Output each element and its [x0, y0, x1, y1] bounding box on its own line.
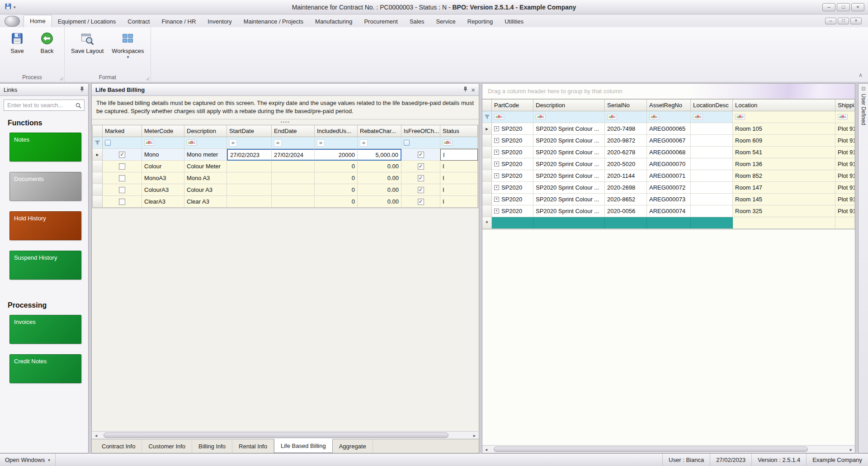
pin-icon[interactable] [80, 86, 85, 93]
ribbon-tab-reporting[interactable]: Reporting [462, 16, 499, 27]
scrollbar-thumb[interactable] [104, 433, 448, 438]
abc-filter-icon[interactable]: aBc [187, 140, 197, 146]
billing-row[interactable]: ColourA3Colour A300.00✓I [93, 184, 478, 196]
asset-row[interactable]: +SP2020SP2020 Sprint Colour ...2020-6278… [482, 147, 855, 158]
billing-row[interactable]: MonoA3Mono A300.00✓I [93, 172, 478, 184]
scrollbar-thumb[interactable] [494, 447, 808, 452]
asset-row[interactable]: +SP2020SP2020 Sprint Colour ...2020-0056… [482, 205, 855, 217]
checkbox-checked[interactable]: ✓ [418, 199, 424, 205]
splitter-handle[interactable]: •••• [92, 119, 479, 125]
link-button-documents[interactable]: Documents [9, 172, 81, 201]
open-windows-button[interactable]: Open Windows ▾ [0, 454, 56, 466]
dialog-launcher-icon[interactable]: ◿ [60, 76, 63, 81]
column-header-description[interactable]: Description [184, 125, 227, 137]
application-menu-button[interactable] [5, 16, 20, 27]
insert-cell-locationdesc[interactable] [691, 217, 733, 229]
billing-row[interactable]: ColourColour Meter00.00✓I [93, 161, 478, 172]
column-header-assetregno[interactable]: AssetRegNo [647, 100, 691, 111]
group-by-hint[interactable]: Drag a column header here to group by th… [482, 84, 855, 99]
cell-marked[interactable] [103, 196, 142, 208]
expand-icon[interactable]: + [494, 209, 499, 214]
ribbon-tab-inventory[interactable]: Inventory [202, 16, 237, 27]
equals-filter-icon[interactable]: = [274, 139, 282, 147]
asset-row[interactable]: ►+SP2020SP2020 Sprint Colour ...2020-749… [482, 123, 855, 135]
ribbon-tab-finance-hr[interactable]: Finance / HR [156, 16, 202, 27]
column-header-metercode[interactable]: MeterCode [142, 125, 184, 137]
filter-cell-isfreeofcharge[interactable] [401, 137, 440, 149]
ribbon-close-button[interactable]: × [850, 18, 862, 24]
filter-cell-description[interactable]: aBc [533, 111, 605, 123]
insert-cell-assetregno[interactable] [647, 217, 691, 229]
link-button-invoices[interactable]: Invoices [9, 315, 81, 344]
filter-cell-rebatecharge[interactable]: = [358, 137, 401, 149]
insert-row[interactable]: * [482, 217, 855, 229]
checkbox-filter-icon[interactable] [105, 140, 111, 146]
expand-icon[interactable]: + [494, 197, 499, 202]
link-button-hold-history[interactable]: Hold History [9, 211, 81, 240]
ribbon-tab-service[interactable]: Service [430, 16, 461, 27]
checkbox-unchecked[interactable] [119, 175, 125, 181]
cell-isfreeofcharge[interactable]: ✓ [401, 161, 440, 172]
asset-row[interactable]: +SP2020SP2020 Sprint Colour ...2020-2698… [482, 182, 855, 194]
user-defined-tab[interactable]: User Defined [858, 83, 868, 453]
checkbox-checked[interactable]: ✓ [418, 163, 424, 170]
billing-row[interactable]: ClearA3Clear A300.00✓I [93, 196, 478, 208]
cell-isfreeofcharge[interactable]: ✓ [401, 184, 440, 196]
pin-icon[interactable] [463, 86, 468, 93]
abc-filter-icon[interactable]: aBc [838, 114, 848, 120]
minimize-button[interactable]: – [822, 3, 835, 11]
scrollbar-track[interactable] [490, 446, 847, 453]
insert-cell-description[interactable] [533, 217, 605, 229]
filter-cell-metercode[interactable]: aBc [142, 137, 184, 149]
quick-save-icon[interactable] [5, 3, 12, 12]
close-panel-icon[interactable]: × [471, 86, 475, 93]
filter-cell-startdate[interactable]: = [227, 137, 272, 149]
tab-billing-info[interactable]: Billing Info [192, 439, 232, 453]
insert-cell-location[interactable] [733, 217, 835, 229]
tab-life-based-billing[interactable]: Life Based Billing [274, 439, 333, 453]
checkbox-unchecked[interactable] [119, 163, 125, 170]
ribbon-button-workspaces[interactable]: Workspaces▾ [109, 29, 146, 73]
ribbon-tab-home[interactable]: Home [24, 15, 52, 27]
checkbox-filter-icon[interactable] [404, 140, 410, 146]
ribbon-tab-maintenance-projects[interactable]: Maintenance / Projects [238, 16, 309, 27]
equals-filter-icon[interactable]: = [360, 139, 368, 147]
column-header-isfreeofcharge[interactable]: IsFreeOfCh... [401, 125, 440, 137]
insert-cell-serialno[interactable] [605, 217, 647, 229]
asset-row[interactable]: +SP2020SP2020 Sprint Colour ...2020-1144… [482, 170, 855, 182]
ribbon-tab-sales[interactable]: Sales [404, 16, 430, 27]
expand-icon[interactable]: + [494, 126, 499, 131]
ribbon-button-back[interactable]: Back [33, 29, 61, 73]
checkbox-unchecked[interactable] [119, 187, 125, 193]
column-header-marked[interactable]: Marked [103, 125, 142, 137]
ribbon-minimize-button[interactable]: – [825, 18, 836, 24]
quick-access-dropdown-icon[interactable]: ▾ [14, 5, 16, 10]
scroll-right-arrow[interactable]: ▸ [847, 447, 855, 452]
filter-cell-status[interactable]: aBc [440, 137, 478, 149]
filter-cell-location[interactable]: aBc [733, 111, 835, 123]
checkbox-checked[interactable]: ✓ [119, 152, 125, 158]
tab-customer-info[interactable]: Customer Info [142, 439, 192, 453]
filter-cell-shipping[interactable]: aBc [835, 111, 855, 123]
checkbox-checked[interactable]: ✓ [418, 152, 424, 158]
ribbon-tab-procurement[interactable]: Procurement [358, 16, 403, 27]
checkbox-checked[interactable]: ✓ [418, 175, 424, 181]
ribbon-tab-manufacturing[interactable]: Manufacturing [309, 16, 358, 27]
expand-icon[interactable]: + [494, 185, 499, 190]
close-button[interactable]: × [851, 3, 864, 11]
cell-marked[interactable]: ✓ [103, 149, 142, 161]
filter-cell-marked[interactable] [103, 137, 142, 149]
filter-cell-assetregno[interactable]: aBc [647, 111, 691, 123]
dialog-launcher-icon[interactable]: ◿ [146, 76, 149, 81]
link-button-suspend-history[interactable]: Suspend History [9, 251, 81, 280]
cell-isfreeofcharge[interactable]: ✓ [401, 149, 440, 161]
ribbon-maximize-button[interactable]: □ [838, 18, 849, 24]
checkbox-checked[interactable]: ✓ [418, 187, 424, 193]
filter-cell-partcode[interactable]: aBc [492, 111, 533, 123]
equals-filter-icon[interactable]: = [229, 139, 237, 147]
ribbon-tab-equipment-locations[interactable]: Equipment / Locations [52, 16, 122, 27]
collapse-ribbon-icon[interactable]: ∧ [859, 72, 863, 78]
equals-filter-icon[interactable]: = [317, 139, 325, 147]
column-header-enddate[interactable]: EndDate [272, 125, 315, 137]
filter-cell-locationdesc[interactable]: aBc [691, 111, 733, 123]
